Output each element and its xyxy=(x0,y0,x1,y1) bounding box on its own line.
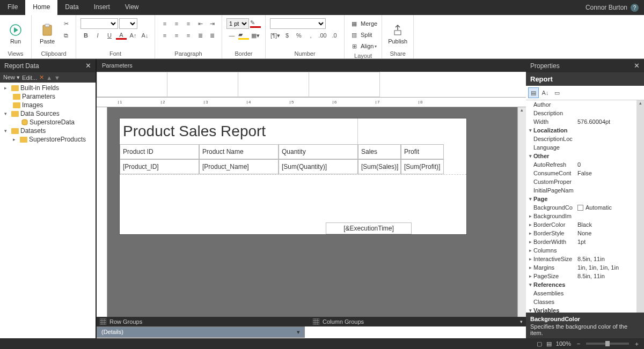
property-category[interactable]: ▾References xyxy=(526,280,636,289)
table-data-cell[interactable]: [Product_Name] xyxy=(199,159,279,174)
property-row[interactable]: ▸BackgroundIm xyxy=(526,212,636,220)
edit-button[interactable]: Edit... xyxy=(22,75,37,81)
bold-button[interactable]: B xyxy=(80,30,91,41)
property-row[interactable]: InitialPageNam xyxy=(526,186,636,195)
number-format-select[interactable] xyxy=(270,18,326,29)
font-family-select[interactable] xyxy=(80,18,118,29)
align-middle-button[interactable]: ≡ xyxy=(171,30,182,41)
zoom-level[interactable]: 100% xyxy=(556,340,571,347)
property-category[interactable]: ▾Variables xyxy=(526,306,636,313)
percent-button[interactable]: % xyxy=(294,30,304,41)
decrease-indent-button[interactable]: ⇤ xyxy=(195,18,206,29)
menu-file[interactable]: File xyxy=(0,0,25,15)
numbering-button[interactable]: ≣ xyxy=(207,30,217,41)
property-row[interactable]: ▸Margins1in, 1in, 1in, 1in xyxy=(526,263,636,272)
chevron-down-icon[interactable]: ▾ xyxy=(297,329,300,336)
property-row[interactable]: ▸InteractiveSize8.5in, 11in xyxy=(526,255,636,263)
property-row[interactable]: ▸Columns xyxy=(526,246,636,255)
border-width-select[interactable]: 1 pt xyxy=(226,18,249,29)
parameters-grid[interactable] xyxy=(97,72,526,98)
properties-scrollbar[interactable]: ▴ xyxy=(636,100,644,313)
user-info[interactable]: Connor Burton ? xyxy=(580,0,644,15)
table-data-cell[interactable]: [Sum(Sales)] xyxy=(358,159,401,174)
border-color-button[interactable]: ✎ xyxy=(250,18,261,29)
table-header-cell[interactable]: Sales xyxy=(358,144,401,159)
menu-view[interactable]: View xyxy=(118,0,147,15)
run-button[interactable]: Run xyxy=(4,18,27,49)
chevron-down-icon[interactable]: ▾ xyxy=(520,319,523,324)
report-data-tree[interactable]: ▸Built-in Fields Parameters Images ▾Data… xyxy=(0,83,96,338)
tree-datasources[interactable]: ▾Data Sources xyxy=(0,109,96,118)
property-category[interactable]: ▾Other xyxy=(526,152,636,160)
table-header-cell[interactable]: Profit xyxy=(401,144,444,159)
print-layout-icon[interactable]: ▤ xyxy=(546,340,552,347)
tree-datasource-item[interactable]: SuperstoreData xyxy=(0,118,96,127)
tree-parameters[interactable]: Parameters xyxy=(0,92,96,101)
zoom-in-button[interactable]: ＋ xyxy=(633,340,640,348)
property-row[interactable]: ConsumeContFalse xyxy=(526,169,636,177)
menu-home[interactable]: Home xyxy=(25,0,57,15)
property-row[interactable]: Assemblies xyxy=(526,289,636,298)
property-row[interactable]: AutoRefresh0 xyxy=(526,160,636,169)
property-pages-button[interactable]: ▭ xyxy=(552,87,562,98)
cut-button[interactable]: ✂ xyxy=(61,18,71,29)
close-icon[interactable]: ✕ xyxy=(85,62,91,70)
align-button[interactable]: ⊞ xyxy=(349,41,360,51)
help-icon[interactable]: ? xyxy=(631,4,639,12)
copy-button[interactable]: ⧉ xyxy=(61,30,71,41)
align-center-button[interactable]: ≡ xyxy=(171,18,182,29)
property-row[interactable]: Language xyxy=(526,143,636,152)
table-header-cell[interactable]: Product Name xyxy=(199,144,279,159)
paste-button[interactable]: Paste xyxy=(36,18,58,49)
table-data-cell[interactable]: [Sum(Profit)] xyxy=(401,159,444,174)
increase-indent-button[interactable]: ⇥ xyxy=(207,18,217,29)
details-group[interactable]: (Details)▾ xyxy=(97,326,305,338)
property-row[interactable]: Width576.60004pt xyxy=(526,117,636,126)
close-icon[interactable]: ✕ xyxy=(634,62,640,70)
property-row[interactable]: ▸BorderColorBlack xyxy=(526,220,636,229)
report-table[interactable]: Product IDProduct NameQuantitySalesProfi… xyxy=(120,144,466,174)
vertical-scrollbar[interactable]: ▴ xyxy=(517,107,526,317)
delete-icon[interactable]: ✕ xyxy=(39,74,44,81)
underline-button[interactable]: U xyxy=(104,30,115,41)
property-row[interactable]: ▸BorderStyleNone xyxy=(526,229,636,237)
move-down-icon[interactable]: ▼ xyxy=(54,75,60,81)
property-row[interactable]: DescriptionLoc xyxy=(526,135,636,143)
table-data-cell[interactable]: [Product_ID] xyxy=(120,159,199,174)
menu-data[interactable]: Data xyxy=(57,0,86,15)
bullets-button[interactable]: ≣ xyxy=(195,30,206,41)
new-button[interactable]: New ▾ xyxy=(3,74,20,81)
alphabetical-button[interactable]: A↓ xyxy=(540,87,551,98)
merge-button[interactable]: ▦ xyxy=(349,18,360,29)
tree-dataset-item[interactable]: ▸SuperstoreProducts xyxy=(0,135,96,144)
placeholder-button[interactable]: [¶]▾ xyxy=(270,30,281,41)
table-data-cell[interactable]: [Sum(Quantity)] xyxy=(279,159,358,174)
property-row[interactable]: CustomProper xyxy=(526,177,636,186)
split-button[interactable]: ▥ xyxy=(349,29,360,40)
comma-button[interactable]: , xyxy=(305,30,316,41)
property-category[interactable]: ▾Page xyxy=(526,195,636,203)
currency-button[interactable]: $ xyxy=(282,30,292,41)
layout-mode-icon[interactable]: ▢ xyxy=(537,340,542,347)
align-bottom-button[interactable]: ≡ xyxy=(183,30,194,41)
zoom-slider[interactable] xyxy=(586,343,629,345)
scroll-up-icon[interactable]: ▴ xyxy=(636,100,644,106)
table-header-cell[interactable]: Product ID xyxy=(120,144,199,159)
property-category[interactable]: ▾Localization xyxy=(526,126,636,135)
design-surface[interactable]: Product Sales Report Product IDProduct N… xyxy=(107,107,517,317)
table-header-cell[interactable]: Quantity xyxy=(279,144,358,159)
property-row[interactable]: Description xyxy=(526,109,636,117)
shrink-font-button[interactable]: A↓ xyxy=(140,30,150,41)
decrease-decimal-button[interactable]: .0 xyxy=(329,30,340,41)
publish-button[interactable]: Publish xyxy=(386,18,409,49)
report-title[interactable]: Product Sales Report xyxy=(120,118,358,144)
increase-decimal-button[interactable]: .00 xyxy=(317,30,328,41)
fill-color-button[interactable]: ▰ xyxy=(238,30,249,41)
properties-grid[interactable]: AuthorDescriptionWidth576.60004pt▾Locali… xyxy=(526,100,636,313)
zoom-out-button[interactable]: − xyxy=(575,340,582,347)
grow-font-button[interactable]: A↑ xyxy=(128,30,138,41)
align-left-button[interactable]: ≡ xyxy=(159,18,170,29)
execution-time-field[interactable]: [&ExecutionTime] xyxy=(326,222,412,234)
property-row[interactable]: Classes xyxy=(526,298,636,306)
property-row[interactable]: BackgroundCoAutomatic xyxy=(526,203,636,212)
